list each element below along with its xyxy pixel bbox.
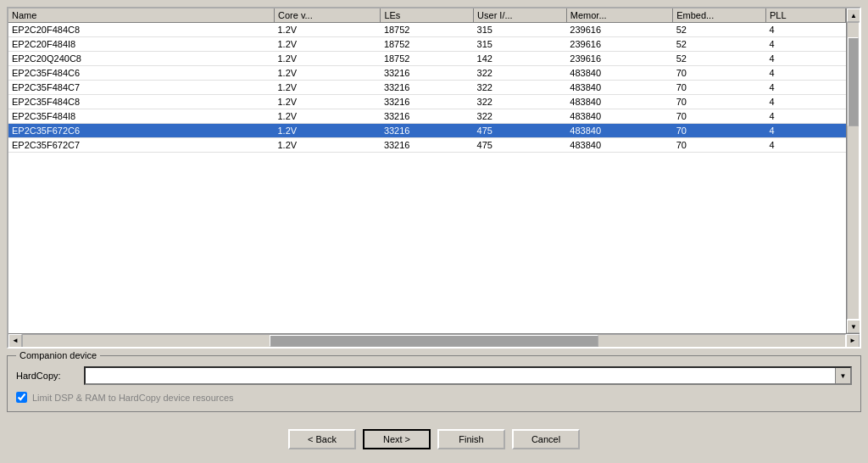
cell-user: 315 [474, 37, 567, 52]
cell-user: 322 [474, 66, 567, 81]
cell-embed: 70 [673, 95, 766, 109]
column-header-mem[interactable]: Memor... [566, 8, 672, 23]
cell-name: EP2C20Q240C8 [8, 52, 274, 66]
cell-name: EP2C35F484I8 [8, 109, 274, 124]
h-scroll-track[interactable] [22, 334, 846, 348]
column-header-pll[interactable]: PLL [765, 8, 845, 23]
button-bar: < Back Next > Finish Cancel [7, 422, 861, 456]
cell-les: 33216 [381, 124, 474, 138]
table-row[interactable]: EP2C35F672C61.2V33216475483840704 [8, 124, 846, 138]
cell-user: 322 [474, 95, 567, 109]
cell-pll: 4 [765, 124, 845, 138]
cell-user: 475 [474, 124, 567, 138]
cell-core: 1.2V [274, 23, 380, 37]
finish-button[interactable]: Finish [437, 429, 505, 449]
cell-mem: 239616 [566, 23, 672, 37]
cell-pll: 4 [765, 109, 845, 124]
scroll-thumb[interactable] [848, 37, 859, 126]
next-button[interactable]: Next > [363, 429, 431, 449]
cell-pll: 4 [765, 95, 845, 109]
table-scroll-body[interactable]: NameCore v...LEsUser I/...Memor...Embed.… [8, 8, 846, 333]
column-header-name[interactable]: Name [8, 8, 274, 23]
table-row[interactable]: EP2C35F484C71.2V33216322483840704 [8, 81, 846, 95]
cell-embed: 70 [673, 66, 766, 81]
cell-pll: 4 [765, 37, 845, 52]
device-table-section: NameCore v...LEsUser I/...Memor...Embed.… [7, 7, 861, 349]
cell-pll: 4 [765, 81, 845, 95]
companion-device-section: Companion device HardCopy: ▼ Limit DSP &… [7, 355, 861, 412]
scroll-left-button[interactable]: ◄ [8, 334, 22, 348]
cell-user: 142 [474, 52, 567, 66]
cell-core: 1.2V [274, 52, 380, 66]
cell-embed: 70 [673, 124, 766, 138]
cell-name: EP2C20F484I8 [8, 37, 274, 52]
cell-mem: 483840 [566, 66, 672, 81]
companion-legend-label: Companion device [16, 350, 100, 360]
cell-name: EP2C35F484C7 [8, 81, 274, 95]
back-button[interactable]: < Back [288, 429, 356, 449]
table-row[interactable]: EP2C35F484I81.2V33216322483840704 [8, 109, 846, 124]
dropdown-arrow-icon[interactable]: ▼ [835, 368, 850, 383]
cell-core: 1.2V [274, 124, 380, 138]
cell-user: 315 [474, 23, 567, 37]
cell-mem: 483840 [566, 81, 672, 95]
cell-les: 33216 [381, 109, 474, 124]
device-table: NameCore v...LEsUser I/...Memor...Embed.… [8, 8, 846, 153]
cell-core: 1.2V [274, 66, 380, 81]
cell-user: 322 [474, 81, 567, 95]
cell-embed: 52 [673, 37, 766, 52]
cell-pll: 4 [765, 52, 845, 66]
cell-mem: 483840 [566, 95, 672, 109]
scroll-down-button[interactable]: ▼ [847, 320, 860, 333]
h-scroll-thumb[interactable] [270, 335, 598, 347]
cell-embed: 52 [673, 23, 766, 37]
cell-core: 1.2V [274, 109, 380, 124]
limit-dsp-checkbox[interactable] [16, 392, 27, 403]
cell-core: 1.2V [274, 81, 380, 95]
cell-les: 33216 [381, 81, 474, 95]
table-row[interactable]: EP2C20Q240C81.2V18752142239616524 [8, 52, 846, 66]
limit-dsp-row: Limit DSP & RAM to HardCopy device resou… [16, 392, 852, 403]
cancel-button[interactable]: Cancel [512, 429, 580, 449]
column-header-les[interactable]: LEs [381, 8, 474, 23]
cell-name: EP2C35F672C6 [8, 124, 274, 138]
scroll-up-button[interactable]: ▲ [847, 8, 860, 22]
cell-user: 475 [474, 138, 567, 153]
hardcopy-dropdown[interactable]: ▼ [84, 366, 852, 385]
hardcopy-label: HardCopy: [16, 371, 84, 381]
hardcopy-row: HardCopy: ▼ [16, 366, 852, 385]
vertical-scrollbar[interactable]: ▲ ▼ [846, 8, 860, 333]
cell-mem: 239616 [566, 37, 672, 52]
column-header-embed[interactable]: Embed... [673, 8, 766, 23]
horizontal-scrollbar[interactable]: ◄ ► [8, 333, 860, 347]
cell-les: 33216 [381, 66, 474, 81]
table-row[interactable]: EP2C35F672C71.2V33216475483840704 [8, 138, 846, 153]
cell-pll: 4 [765, 23, 845, 37]
table-row[interactable]: EP2C20F484I81.2V18752315239616524 [8, 37, 846, 52]
cell-embed: 70 [673, 109, 766, 124]
cell-les: 18752 [381, 37, 474, 52]
cell-mem: 483840 [566, 124, 672, 138]
cell-mem: 483840 [566, 138, 672, 153]
cell-user: 322 [474, 109, 567, 124]
cell-name: EP2C20F484C8 [8, 23, 274, 37]
table-row[interactable]: EP2C35F484C61.2V33216322483840704 [8, 66, 846, 81]
cell-name: EP2C35F672C7 [8, 138, 274, 153]
cell-les: 18752 [381, 23, 474, 37]
cell-core: 1.2V [274, 37, 380, 52]
cell-les: 18752 [381, 52, 474, 66]
cell-core: 1.2V [274, 95, 380, 109]
table-row[interactable]: EP2C35F484C81.2V33216322483840704 [8, 95, 846, 109]
column-header-core[interactable]: Core v... [274, 8, 380, 23]
table-row[interactable]: EP2C20F484C81.2V18752315239616524 [8, 23, 846, 37]
limit-dsp-label: Limit DSP & RAM to HardCopy device resou… [32, 393, 234, 403]
scroll-track[interactable] [847, 22, 860, 320]
column-header-user[interactable]: User I/... [474, 8, 567, 23]
cell-name: EP2C35F484C6 [8, 66, 274, 81]
cell-embed: 52 [673, 52, 766, 66]
cell-embed: 70 [673, 81, 766, 95]
cell-core: 1.2V [274, 138, 380, 153]
cell-mem: 483840 [566, 109, 672, 124]
cell-pll: 4 [765, 66, 845, 81]
scroll-right-button[interactable]: ► [846, 334, 860, 348]
